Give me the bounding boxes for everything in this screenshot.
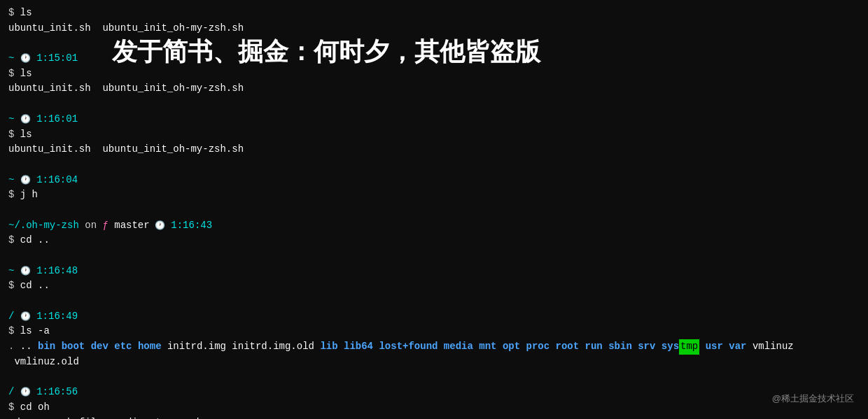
- prompt-dollar: $: [8, 400, 20, 416]
- prompt-dollar: $: [8, 324, 20, 339]
- ls-item: run: [579, 339, 603, 355]
- prompt-time: 1:16:43: [165, 218, 212, 234]
- prompt-root: /: [8, 385, 20, 400]
- blank-line: [8, 294, 860, 309]
- output-line: ubuntu_init.sh ubuntu_init_oh-my-zsh.sh: [8, 142, 860, 157]
- ls-item: usr: [699, 339, 723, 355]
- prompt-time: 1:16:01: [31, 112, 78, 127]
- blank-line: [8, 248, 860, 264]
- ls-item: lib64: [338, 339, 373, 355]
- clock-icon: 🕐: [20, 386, 31, 399]
- command-text: ls: [20, 127, 32, 143]
- command-text: ls: [20, 6, 32, 21]
- ls-item: lost+found: [373, 339, 438, 355]
- prompt-time: 1:16:04: [31, 173, 78, 188]
- ls-item: opt: [497, 339, 521, 355]
- clock-icon: 🕐: [20, 113, 31, 127]
- clock-icon: 🕐: [20, 265, 31, 278]
- output-text: ubuntu_init.sh ubuntu_init_oh-my-zsh.sh: [8, 142, 244, 157]
- error-output-line: cd: no such file or directory: oh: [8, 416, 860, 419]
- prompt-line: ~ 🕐 1:16:01: [8, 112, 860, 127]
- prompt-line: / 🕐 1:16:49: [8, 309, 860, 325]
- output-line: ubuntu_init.sh ubuntu_init_oh-my-zsh.sh: [8, 21, 860, 36]
- ls-item: etc: [108, 339, 132, 355]
- terminal: $ ls ubuntu_init.sh ubuntu_init_oh-my-zs…: [0, 0, 868, 419]
- blank-line: [8, 370, 860, 385]
- ls-item: vmlinuz.old: [8, 355, 79, 370]
- prompt-time: 1:16:56: [31, 385, 78, 400]
- terminal-line: $ j h: [8, 187, 860, 203]
- command-text: cd ..: [20, 278, 50, 294]
- terminal-line: $ ls -a: [8, 324, 860, 339]
- ls-item: srv: [632, 339, 656, 355]
- ls-item: sys: [655, 339, 679, 355]
- command-text: cd oh: [20, 400, 50, 416]
- prompt-line: ~ 🕐 1:16:04: [8, 173, 860, 188]
- ls-item: boot: [55, 339, 85, 355]
- ls-item: ..: [14, 339, 31, 355]
- prompt-dollar: $: [8, 127, 20, 143]
- ls-item: vmlinuz: [747, 339, 794, 355]
- ls-item: dev: [85, 339, 108, 355]
- blank-line: [8, 203, 860, 218]
- prompt-path: ~/.oh-my-zsh: [8, 218, 79, 234]
- output-text: ubuntu_init.sh ubuntu_init_oh-my-zsh.sh: [8, 81, 244, 97]
- output-text: ubuntu_init.sh ubuntu_init_oh-my-zsh.sh: [8, 21, 244, 36]
- error-text: cd: no such file or directory: oh: [8, 416, 202, 419]
- terminal-line: $ cd ..: [8, 233, 860, 248]
- ls-item: initrd.img: [162, 339, 226, 355]
- prompt-tilde: ~: [8, 51, 20, 66]
- ls-item: initrd.img.old: [226, 339, 314, 355]
- prompt-time: 1:16:48: [31, 264, 78, 279]
- prompt-root: /: [8, 309, 20, 325]
- prompt-line: ~ 🕐 1:15:01: [8, 51, 860, 66]
- prompt-tilde: ~: [8, 173, 20, 188]
- clock-icon: 🕐: [20, 311, 31, 324]
- terminal-line: $ cd oh: [8, 400, 860, 416]
- prompt-on: on: [79, 218, 103, 234]
- blank-line: [8, 97, 860, 112]
- command-text: ls: [20, 66, 32, 82]
- ls-item: var: [723, 339, 747, 355]
- ls-item: media: [438, 339, 472, 355]
- clock-icon: 🕐: [150, 220, 165, 233]
- terminal-line: $ cd ..: [8, 278, 860, 294]
- ls-item: bin: [32, 339, 56, 355]
- terminal-line: $ ls: [8, 6, 860, 21]
- ls-item: sbin: [603, 339, 632, 355]
- prompt-dollar: $: [8, 278, 20, 294]
- blank-line: [8, 157, 860, 173]
- command-text: cd ..: [20, 233, 50, 248]
- prompt-tilde: ~: [8, 264, 20, 279]
- clock-icon: 🕐: [20, 174, 31, 187]
- ls-item: proc: [520, 339, 550, 355]
- ls-item-tmp: tmp: [679, 339, 699, 355]
- blank-line: [8, 36, 860, 51]
- prompt-time: 1:16:49: [31, 309, 78, 325]
- prompt-dollar: $: [8, 6, 20, 21]
- clock-icon: 🕐: [20, 52, 31, 66]
- ls-item: root: [550, 339, 579, 355]
- output-line: ubuntu_init.sh ubuntu_init_oh-my-zsh.sh: [8, 81, 860, 97]
- prompt-dollar: $: [8, 66, 20, 82]
- terminal-line: $ ls: [8, 127, 860, 143]
- prompt-line: / 🕐 1:16:56: [8, 385, 860, 400]
- branch-symbol: ƒ: [102, 218, 114, 234]
- ls-output-line: . .. bin boot dev etc home initrd.img in…: [8, 339, 860, 369]
- ls-item: home: [132, 339, 162, 355]
- command-text: j h: [20, 187, 38, 203]
- prompt-git-line: ~/.oh-my-zsh on ƒ master 🕐 1:16:43: [8, 218, 860, 234]
- terminal-line: $ ls: [8, 66, 860, 82]
- prompt-dollar: $: [8, 233, 20, 248]
- branch-name: master: [114, 218, 149, 234]
- prompt-dollar: $: [8, 187, 20, 203]
- ls-item: lib: [314, 339, 338, 355]
- prompt-time: 1:15:01: [31, 51, 78, 66]
- ls-item: .: [8, 339, 14, 355]
- prompt-line: ~ 🕐 1:16:48: [8, 264, 860, 279]
- prompt-tilde: ~: [8, 112, 20, 127]
- command-text: ls -a: [20, 324, 50, 339]
- ls-item: mnt: [473, 339, 497, 355]
